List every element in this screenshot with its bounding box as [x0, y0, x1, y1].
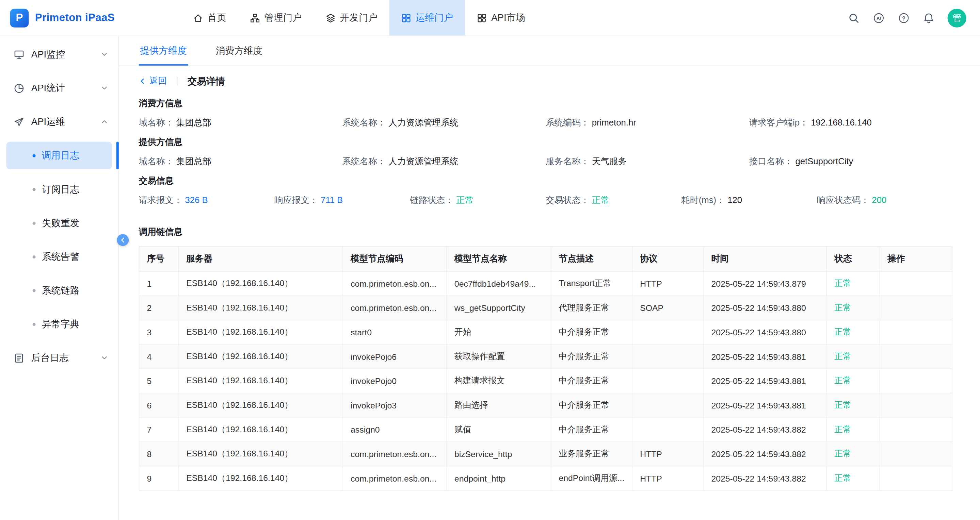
- cell-server: ESB140（192.168.16.140）: [178, 295, 343, 320]
- nav-item-api-market[interactable]: API市场: [465, 0, 537, 36]
- cell-server: ESB140（192.168.16.140）: [178, 320, 343, 344]
- tab-provider-dimension[interactable]: 提供方维度: [139, 36, 188, 65]
- svg-text:?: ?: [902, 15, 905, 21]
- cell-server: ESB140（192.168.16.140）: [178, 417, 343, 442]
- cell-time: 2025-05-22 14:59:43.882: [703, 442, 827, 466]
- notifications-bell-icon[interactable]: [923, 11, 935, 24]
- nav-item-dev-portal[interactable]: 开发门户: [314, 0, 390, 36]
- cell-protocol: HTTP: [632, 442, 703, 466]
- bullet-icon: [32, 289, 35, 292]
- cell-node-code: invokePojo6: [343, 344, 447, 369]
- cell-server: ESB140（192.168.16.140）: [178, 344, 343, 369]
- sidebar-subitem-subscription-logs[interactable]: 订阅日志: [0, 173, 118, 206]
- api-ops-icon: [14, 116, 24, 127]
- cell-node-desc: 中介服务正常: [551, 344, 632, 369]
- field-domain-name: 域名称：集团总部: [139, 156, 342, 167]
- col-header-protocol: 协议: [632, 246, 703, 271]
- svg-text:AI: AI: [877, 15, 881, 21]
- api-market-icon: [477, 13, 487, 23]
- chevron-up-icon: [101, 118, 108, 125]
- sidebar-subitem-label: 订阅日志: [42, 183, 79, 195]
- sidebar-collapse-button[interactable]: [117, 234, 129, 246]
- sidebar-subitem-system-alerts[interactable]: 系统告警: [0, 240, 118, 273]
- back-label: 返回: [150, 76, 167, 87]
- back-button[interactable]: 返回: [139, 76, 167, 87]
- nav-item-label: 运维门户: [415, 12, 453, 24]
- cell-node-desc: 中介服务正常: [551, 369, 632, 393]
- cell-node-code: com.primeton.esb.on...: [343, 295, 447, 320]
- nav-item-admin-portal[interactable]: 管理门户: [238, 0, 314, 36]
- cell-index: 6: [139, 393, 179, 418]
- col-header-node-name: 模型节点名称: [447, 246, 551, 271]
- sidebar-item-api-operations[interactable]: API运维: [0, 105, 118, 138]
- sidebar-subitem-label: 异常字典: [42, 318, 79, 330]
- sidebar-subitem-call-logs[interactable]: 调用日志: [0, 139, 118, 173]
- elapsed-value: 120: [727, 195, 742, 205]
- table-row: 5ESB140（192.168.16.140）invokePojo0构建请求报文…: [139, 369, 953, 393]
- response-message-link[interactable]: 711 B: [321, 195, 343, 205]
- nav-item-home[interactable]: 首页: [181, 0, 238, 36]
- cell-node-desc: 业务服务正常: [551, 442, 632, 466]
- primary-nav: 首页 管理门户 开发门户 运维门户: [181, 0, 537, 36]
- tab-consumer-dimension[interactable]: 消费方维度: [215, 36, 264, 65]
- cell-actions: [880, 442, 952, 466]
- col-header-time: 时间: [703, 246, 827, 271]
- divider: [177, 77, 178, 86]
- user-avatar[interactable]: 管: [948, 8, 966, 27]
- nav-item-ops-portal[interactable]: 运维门户: [390, 0, 465, 36]
- cell-protocol: [632, 369, 703, 393]
- brand[interactable]: P Primeton iPaaS: [0, 8, 150, 27]
- help-icon[interactable]: ?: [897, 11, 910, 24]
- sidebar-item-api-monitor[interactable]: API监控: [0, 37, 118, 71]
- stats-icon: [14, 82, 24, 93]
- table-row: 8ESB140（192.168.16.140）com.primeton.esb.…: [139, 442, 953, 466]
- cell-status: 正常: [826, 442, 880, 466]
- cell-actions: [880, 466, 952, 491]
- cell-node-desc: 中介服务正常: [551, 417, 632, 442]
- nav-item-label: 管理门户: [264, 12, 302, 24]
- search-icon[interactable]: [848, 11, 860, 24]
- table-row: 9ESB140（192.168.16.140）com.primeton.esb.…: [139, 466, 953, 491]
- dimension-tabbar: 提供方维度 消费方维度: [119, 36, 980, 66]
- cell-server: ESB140（192.168.16.140）: [178, 393, 343, 418]
- table-header-row: 序号服务器模型节点编码模型节点名称节点描述协议时间状态操作: [139, 246, 953, 271]
- chevron-down-icon: [101, 84, 108, 92]
- chevron-left-icon: [139, 78, 146, 85]
- monitor-icon: [14, 49, 24, 60]
- cell-time: 2025-05-22 14:59:43.879: [703, 271, 827, 296]
- request-message-link[interactable]: 326 B: [185, 195, 208, 205]
- ai-assistant-icon[interactable]: AI: [872, 11, 885, 24]
- bullet-icon: [32, 255, 35, 258]
- table-row: 6ESB140（192.168.16.140）invokePojo3路由选择中介…: [139, 393, 953, 418]
- field-elapsed-ms: 耗时(ms)：120: [681, 195, 817, 206]
- page-title: 交易详情: [188, 75, 225, 87]
- provider-info-fields: 域名称：集团总部 系统名称：人力资源管理系统 服务名称：天气服务 接口名称：ge…: [139, 156, 953, 167]
- cell-status: 正常: [826, 295, 880, 320]
- sidebar-subitem-exception-dictionary[interactable]: 异常字典: [0, 307, 118, 341]
- admin-portal-icon: [250, 13, 260, 23]
- sidebar-item-label: API运维: [31, 116, 65, 128]
- cell-status: 正常: [826, 369, 880, 393]
- bullet-icon: [32, 322, 35, 325]
- cell-status: 正常: [826, 271, 880, 296]
- sidebar-item-api-statistics[interactable]: API统计: [0, 71, 118, 105]
- col-header-node-desc: 节点描述: [551, 246, 632, 271]
- cell-index: 7: [139, 417, 179, 442]
- sidebar-subitem-system-links[interactable]: 系统链路: [0, 273, 118, 307]
- cell-status: 正常: [826, 393, 880, 418]
- sidebar-subitem-label: 调用日志: [42, 150, 79, 162]
- bullet-icon: [32, 188, 35, 191]
- field-system-code: 系统编码：primeton.hr: [546, 117, 749, 128]
- table-row: 1ESB140（192.168.16.140）com.primeton.esb.…: [139, 271, 953, 296]
- consumer-info-fields: 域名称：集团总部 系统名称：人力资源管理系统 系统编码：primeton.hr …: [139, 117, 953, 128]
- cell-node-name: 开始: [447, 320, 551, 344]
- sidebar-item-backend-logs[interactable]: 后台日志: [0, 341, 118, 375]
- cell-server: ESB140（192.168.16.140）: [178, 271, 343, 296]
- sidebar-subitem-failure-resend[interactable]: 失败重发: [0, 206, 118, 240]
- transaction-info-fields: 请求报文：326 B 响应报文：711 B 链路状态：正常 交易状态：正常 耗时…: [139, 195, 953, 206]
- transaction-detail-panel: 返回 交易详情 消费方信息 域名称：集团总部 系统名称：人力资源管理系统 系统编…: [119, 66, 980, 520]
- field-transaction-status: 交易状态：正常: [546, 195, 681, 206]
- top-navbar: P Primeton iPaaS 首页 管理门户 开发门户: [0, 0, 980, 36]
- cell-node-code: invokePojo0: [343, 369, 447, 393]
- bullet-icon: [32, 221, 35, 225]
